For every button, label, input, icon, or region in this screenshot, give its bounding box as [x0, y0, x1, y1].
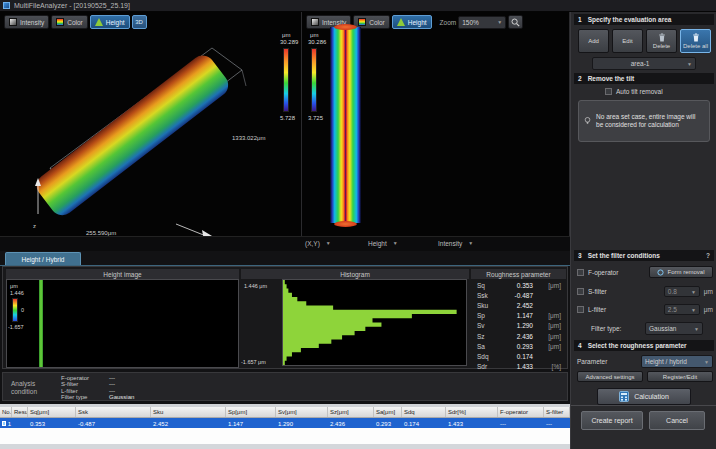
table-header-cell[interactable]: Sp[μm]: [226, 407, 276, 417]
analysis-value: ---: [109, 381, 115, 388]
histogram-plot[interactable]: [282, 279, 467, 366]
table-cell: 1.433: [446, 418, 498, 428]
viewport-3d[interactable]: IntensityColorHeight 3D: [0, 12, 302, 238]
table-header-cell[interactable]: Sku: [151, 407, 226, 417]
form-removal-icon: [657, 269, 664, 276]
analysis-condition-row: F-operator---: [61, 375, 134, 382]
display-column-select-1[interactable]: (X,Y)▼: [305, 240, 331, 247]
scale-min-label: 5.728: [280, 115, 295, 121]
row-select-icon[interactable]: [2, 421, 6, 426]
filter-type-select[interactable]: Gaussian ▼: [645, 322, 703, 335]
display-column-select-2[interactable]: Height▼: [368, 240, 398, 247]
title-bar[interactable]: MultiFileAnalyzer - [20190525_25.19]: [0, 0, 716, 12]
table-header-cell[interactable]: Sdq: [402, 407, 446, 417]
view-mode-button-height[interactable]: Height: [90, 15, 130, 29]
table-cell: -0.487: [76, 418, 151, 428]
color-icon: [56, 18, 64, 26]
register-edit-button[interactable]: Register/Edit: [647, 371, 713, 382]
auto-tilt-removal-checkbox[interactable]: Auto tilt removal: [605, 88, 663, 95]
roughness-unit: [μm]: [533, 322, 561, 329]
add-area-button[interactable]: Add: [578, 29, 609, 53]
delete-all-areas-button[interactable]: Delete all: [680, 29, 711, 53]
histogram-min-label: -1.657 μm: [241, 359, 266, 365]
view-mode-label: Intensity: [20, 19, 44, 26]
table-header-cell[interactable]: S-filter: [544, 407, 570, 417]
table-header-cell[interactable]: No.: [0, 407, 12, 417]
view-mode-label: Color: [369, 19, 385, 26]
roughness-unit: [μm]: [533, 312, 561, 319]
strip-bottom-cap: [334, 221, 357, 227]
height-icon: [95, 18, 103, 26]
tab-height-hybrid[interactable]: Height / Hybrid: [5, 252, 81, 265]
zoom-select[interactable]: 150% ▼: [458, 16, 506, 29]
sample-ridge-3d: [32, 51, 233, 220]
color-scale-3d: [283, 48, 289, 112]
chevron-down-icon: ▼: [393, 240, 398, 247]
roughness-row: Ssk-0.487: [477, 290, 567, 300]
l-filter-select[interactable]: 2.5 ▼: [664, 304, 700, 315]
display-column-select-3[interactable]: Intensity▼: [438, 240, 473, 247]
strip-top-cap: [334, 24, 357, 30]
delete-area-button[interactable]: Delete: [646, 29, 677, 53]
table-header-cell[interactable]: Results: [12, 407, 28, 417]
view-3d-button[interactable]: 3D: [132, 15, 147, 29]
help-button[interactable]: ?: [706, 252, 710, 259]
histogram-header: Histogram: [241, 269, 469, 279]
application-window: MultiFileAnalyzer - [20190525_25.19] Int…: [0, 0, 716, 449]
cancel-button[interactable]: Cancel: [649, 411, 705, 430]
table-header-cell[interactable]: Ssk: [76, 407, 151, 417]
hi-scale-min: -1.657: [8, 324, 24, 330]
form-removal-button[interactable]: Form removal: [649, 266, 713, 278]
surface-3d-render[interactable]: z 255.590μm 1333.022μm: [0, 28, 280, 236]
area-select[interactable]: area-1 ▼: [592, 57, 696, 70]
hi-scale-max: 1.446: [10, 290, 24, 296]
analysis-condition-row: S-filter---: [61, 381, 134, 388]
table-row-selected[interactable]: 10.353-0.4872.4521.1471.2902.4360.2930.1…: [0, 418, 570, 428]
create-report-button[interactable]: Create report: [581, 411, 643, 430]
roughness-row: Sdq0.174: [477, 351, 567, 361]
scale-unit-label: μm: [310, 32, 318, 38]
app-icon: [3, 2, 10, 9]
parameter-select[interactable]: Height / hybrid ▼: [641, 355, 713, 368]
table-cell-value: 1.147: [228, 421, 243, 427]
view-mode-button-height[interactable]: Height: [392, 15, 432, 29]
intensity-icon: [311, 18, 319, 26]
section-remove-tilt: 2 Remove the tilt: [574, 73, 714, 84]
roughness-key: Ssk: [477, 292, 499, 299]
table-header-cell[interactable]: Sq[μm]: [28, 407, 76, 417]
panel-divider: [571, 405, 716, 406]
roughness-unit: [μm]: [533, 333, 561, 340]
s-filter-row: S-filter 0.8 ▼ μm: [577, 286, 713, 297]
f-operator-checkbox[interactable]: [577, 269, 584, 276]
checkbox-icon: [605, 88, 612, 95]
table-header-cell[interactable]: Sa[μm]: [374, 407, 402, 417]
edit-area-button[interactable]: Edit: [612, 29, 643, 53]
hint-box: No area set case, entire image will be c…: [578, 100, 710, 142]
s-filter-checkbox[interactable]: [577, 288, 584, 295]
height-map-strip-image[interactable]: [330, 27, 361, 223]
roughness-value-list: Sq0.353[μm]Ssk-0.487Sku2.452Sp1.147[μm]S…: [477, 280, 567, 372]
table-cell-value: ---: [546, 421, 552, 427]
roughness-unit: [%]: [533, 363, 561, 370]
magnifier-button[interactable]: [508, 15, 523, 29]
table-header-cell[interactable]: Sv[μm]: [276, 407, 328, 417]
hi-scale-mid: 0: [21, 307, 24, 313]
table-cell: 2.452: [151, 418, 226, 428]
roughness-unit: [μm]: [533, 282, 561, 289]
table-cell-value: 2.436: [330, 421, 345, 427]
calculation-button[interactable]: Calculation: [597, 388, 691, 405]
table-header-cell[interactable]: F-operator: [498, 407, 544, 417]
view-mode-button-intensity[interactable]: Intensity: [4, 15, 49, 29]
f-operator-row: F-operator Form removal: [577, 266, 713, 278]
roughness-key: Sa: [477, 343, 499, 350]
l-filter-checkbox[interactable]: [577, 306, 584, 313]
table-header-cell[interactable]: Sz[μm]: [328, 407, 374, 417]
s-filter-select[interactable]: 0.8 ▼: [664, 286, 700, 297]
view-mode-button-color[interactable]: Color: [51, 15, 88, 29]
length-dimension-label: 1333.022μm: [232, 135, 265, 141]
table-header-row: No.ResultsSq[μm]SskSkuSp[μm]Sv[μm]Sz[μm]…: [0, 407, 570, 418]
scale-max-label: 30.289: [280, 39, 298, 45]
roughness-key: Sq: [477, 282, 499, 289]
advanced-settings-button[interactable]: Advanced settings: [577, 371, 643, 382]
table-header-cell[interactable]: Sdr[%]: [446, 407, 498, 417]
